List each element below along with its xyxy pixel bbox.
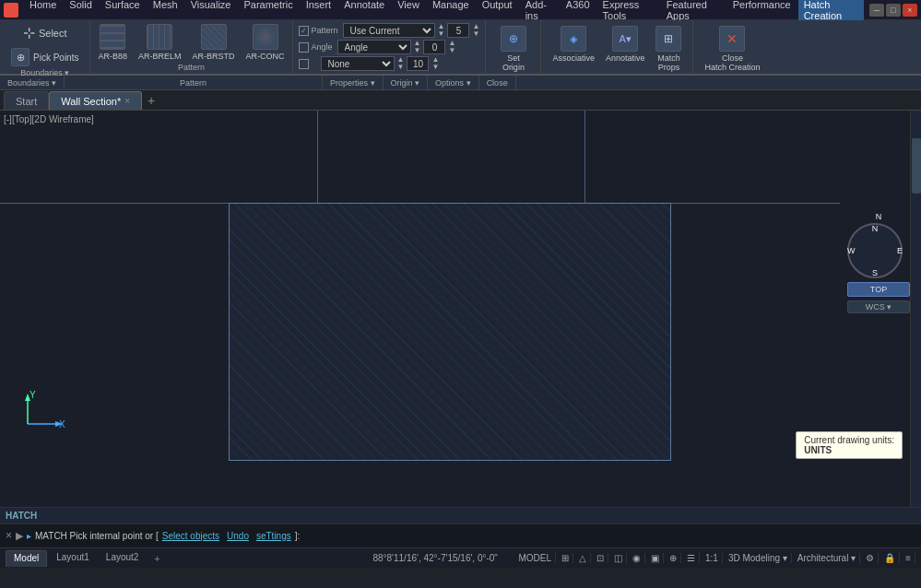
status-ratio-label[interactable]: 1:1 bbox=[702, 553, 723, 563]
menu-performance[interactable]: Performance bbox=[727, 0, 797, 23]
select-label[interactable]: Select bbox=[39, 28, 67, 39]
associative-icon: ◈ bbox=[561, 26, 586, 52]
menu-output[interactable]: Output bbox=[477, 0, 518, 23]
menu-home[interactable]: Home bbox=[24, 0, 62, 23]
menu-insert[interactable]: Insert bbox=[301, 0, 337, 23]
menu-visualize[interactable]: Visualize bbox=[185, 0, 237, 23]
menu-featured-apps[interactable]: Featured Apps bbox=[661, 0, 726, 23]
status-grid-icon[interactable]: ⊞ bbox=[558, 553, 573, 563]
annotative-icon: A▾ bbox=[612, 26, 638, 52]
scrollbar-right[interactable] bbox=[910, 111, 921, 507]
menu-surface[interactable]: Surface bbox=[100, 0, 146, 23]
compass-e-label: E bbox=[897, 246, 903, 255]
pattern-check-2[interactable] bbox=[299, 42, 309, 53]
none-spin-dn-2[interactable]: ▼ bbox=[431, 64, 439, 71]
ar-conc-icon bbox=[253, 24, 278, 50]
pattern-ar-b88-button[interactable]: AR-B88 bbox=[94, 22, 131, 63]
tab-start[interactable]: Start bbox=[4, 91, 49, 110]
wcs-label[interactable]: WCS ▾ bbox=[847, 300, 910, 313]
angle-spin-dn[interactable]: ▼ bbox=[414, 47, 421, 54]
cmd-select-objects-link[interactable]: Select objects bbox=[162, 531, 219, 541]
pattern-ar-conc-button[interactable]: AR-CONC bbox=[242, 22, 289, 63]
angle-dropdown-select[interactable]: Angle 0 45 90 bbox=[337, 40, 411, 54]
tab-wall-section[interactable]: Wall Section* × bbox=[49, 91, 142, 110]
annotative-label: Annotative bbox=[606, 53, 645, 63]
pattern-num-input[interactable] bbox=[447, 23, 469, 38]
minimize-button[interactable]: ─ bbox=[869, 4, 884, 17]
maximize-button[interactable]: □ bbox=[886, 4, 901, 17]
tab-add-button[interactable]: + bbox=[142, 91, 160, 110]
section-label-origin[interactable]: Origin ▾ bbox=[384, 76, 429, 89]
angle-num-input[interactable] bbox=[423, 40, 445, 54]
none-num-input[interactable] bbox=[407, 56, 429, 71]
status-snap-icon[interactable]: △ bbox=[575, 553, 591, 563]
none-dropdown-select[interactable]: None bbox=[321, 56, 395, 71]
angle-spinners: ▲ ▼ bbox=[414, 40, 421, 54]
pattern-thumbs: AR-B88 AR-BRELM AR-BRSTD AR-CONC bbox=[94, 22, 288, 63]
status-polar-icon[interactable]: ◫ bbox=[610, 553, 627, 563]
menu-express-tools[interactable]: Express Tools bbox=[597, 0, 659, 23]
status-architectural-label[interactable]: Architectural ▾ bbox=[794, 553, 860, 563]
none-spinners-2: ▲ ▼ bbox=[431, 56, 439, 71]
menu-manage[interactable]: Manage bbox=[427, 0, 475, 23]
status-object-icon[interactable]: ▣ bbox=[647, 553, 664, 563]
status-add-layout-button[interactable]: + bbox=[148, 550, 166, 567]
tab-wall-section-close[interactable]: × bbox=[124, 96, 130, 106]
pick-points-button[interactable]: ⊕ Pick Points bbox=[7, 46, 82, 68]
status-menu-icon[interactable]: ≡ bbox=[902, 553, 915, 563]
match-properties-icon: ⊞ bbox=[655, 26, 681, 52]
section-label-close[interactable]: Close bbox=[479, 76, 516, 89]
status-tab-model[interactable]: Model bbox=[6, 550, 47, 567]
annotative-button[interactable]: A▾ Annotative bbox=[602, 23, 649, 75]
close-hatch-creation-button[interactable]: ✕ Close Hatch Creation bbox=[701, 23, 763, 75]
section-label-properties[interactable]: Properties ▾ bbox=[323, 76, 384, 89]
status-osnap-icon[interactable]: ◉ bbox=[629, 553, 645, 563]
pattern-spin-dn-2[interactable]: ▼ bbox=[472, 30, 479, 38]
status-dynamic-icon[interactable]: ⊕ bbox=[666, 553, 681, 563]
menu-mesh[interactable]: Mesh bbox=[148, 0, 183, 23]
section-label-pattern[interactable]: Pattern bbox=[65, 76, 323, 89]
menu-parametric[interactable]: Parametric bbox=[238, 0, 298, 23]
cmd-expand-icon[interactable]: ▶ bbox=[16, 530, 23, 542]
viewport[interactable]: [-][Top][2D Wireframe] N N S W bbox=[0, 111, 921, 507]
set-origin-button[interactable]: ⊕ Set Origin bbox=[495, 23, 532, 75]
status-model-label[interactable]: MODEL bbox=[514, 553, 556, 563]
close-hatch-label: Close Hatch Creation bbox=[704, 53, 760, 72]
compass-ring: N S W E bbox=[847, 223, 903, 278]
none-spinners: ▲ ▼ bbox=[397, 56, 405, 71]
pattern-ar-brstd-button[interactable]: AR-BRSTD bbox=[189, 22, 239, 63]
ar-brstd-label: AR-BRSTD bbox=[193, 52, 235, 61]
pattern-ar-brelm-button[interactable]: AR-BRELM bbox=[135, 22, 185, 63]
associative-button[interactable]: ◈ Associative bbox=[549, 23, 598, 75]
pattern-check-3[interactable] bbox=[299, 59, 309, 69]
app-icon bbox=[4, 3, 18, 18]
pattern-check-1[interactable] bbox=[299, 26, 309, 36]
status-tab-layout1[interactable]: Layout1 bbox=[49, 550, 97, 567]
cmd-undo-link[interactable]: Undo bbox=[227, 531, 249, 541]
pattern-spin-dn[interactable]: ▼ bbox=[438, 30, 445, 38]
menu-addins[interactable]: Add-ins bbox=[520, 0, 559, 23]
status-3d-modeling-label[interactable]: 3D Modeling ▾ bbox=[725, 553, 792, 563]
status-lineweight-icon[interactable]: ☰ bbox=[683, 553, 700, 563]
pattern-dropdown-select[interactable]: Use Current Solid Gradient bbox=[343, 23, 435, 38]
menu-a360[interactable]: A360 bbox=[561, 0, 596, 23]
menu-annotate[interactable]: Annotate bbox=[338, 0, 390, 23]
close-button[interactable]: × bbox=[903, 4, 917, 17]
cmd-settings-link[interactable]: seTtings bbox=[256, 531, 291, 541]
menu-hatch-creation[interactable]: Hatch Creation bbox=[798, 0, 864, 23]
status-tab-layout2[interactable]: Layout2 bbox=[99, 550, 147, 567]
angle-spin-dn-2[interactable]: ▼ bbox=[448, 47, 455, 54]
tab-start-label: Start bbox=[16, 96, 37, 107]
scroll-thumb[interactable] bbox=[912, 138, 921, 194]
cmd-input-row: × ▶ ▸ MATCH Pick internal point or [ Sel… bbox=[0, 524, 921, 547]
status-lock-icon[interactable]: 🔒 bbox=[880, 553, 900, 563]
menu-view[interactable]: View bbox=[392, 0, 425, 23]
none-spin-dn[interactable]: ▼ bbox=[397, 64, 405, 71]
status-gear-icon[interactable]: ⚙ bbox=[862, 553, 879, 563]
match-properties-button[interactable]: ⊞ MatchProps bbox=[652, 23, 685, 75]
status-ortho-icon[interactable]: ⊡ bbox=[593, 553, 608, 563]
menu-solid[interactable]: Solid bbox=[64, 0, 97, 23]
section-label-options[interactable]: Options ▾ bbox=[428, 76, 479, 89]
section-label-boundaries[interactable]: Boundaries ▾ bbox=[0, 76, 65, 89]
cmd-close-button[interactable]: × bbox=[6, 529, 12, 542]
